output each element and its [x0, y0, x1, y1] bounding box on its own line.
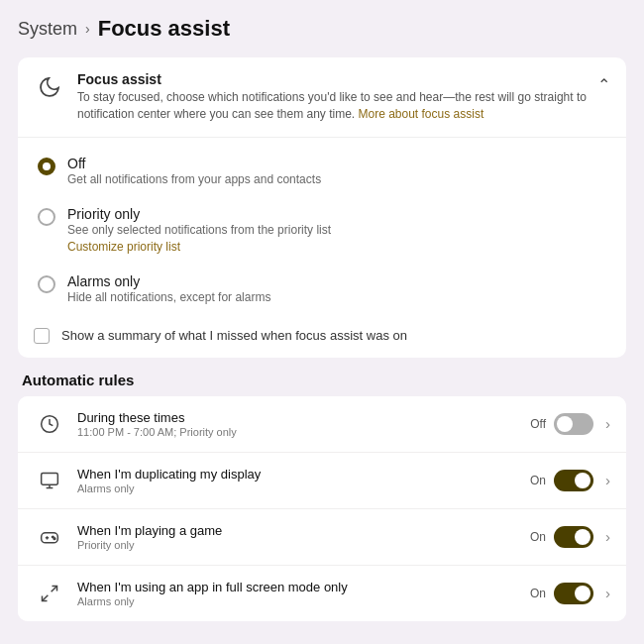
radio-alarms-circle[interactable]	[38, 275, 55, 293]
radio-off-desc: Get all notifications from your apps and…	[67, 172, 321, 186]
rule-game-toggle[interactable]	[554, 526, 593, 548]
checkbox-summary-section[interactable]: Show a summary of what I missed when foc…	[18, 318, 626, 358]
clock-icon	[34, 408, 65, 440]
rule-fullscreen[interactable]: When I'm using an app in full screen mod…	[18, 566, 626, 621]
rule-during-times[interactable]: During these times 11:00 PM - 7:00 AM; P…	[18, 396, 626, 453]
focus-assist-header: Focus assist To stay focused, choose whi…	[18, 57, 626, 138]
checkbox-summary-label: Show a summary of what I missed when foc…	[61, 328, 407, 343]
radio-priority-only[interactable]: Priority only See only selected notifica…	[34, 196, 610, 264]
rule-times-toggle[interactable]	[554, 413, 593, 435]
rule-fullscreen-toggle[interactable]	[554, 583, 593, 604]
radio-off[interactable]: Off Get all notifications from your apps…	[34, 146, 610, 196]
rule-display-subtitle: Alarms only	[77, 483, 530, 494]
page-title: Focus assist	[98, 16, 230, 42]
customize-priority-link[interactable]: Customize priority list	[67, 240, 331, 254]
radio-off-input[interactable]	[38, 158, 55, 175]
svg-point-8	[54, 537, 55, 539]
rule-duplicating-display[interactable]: When I'm duplicating my display Alarms o…	[18, 453, 626, 509]
radio-priority-desc: See only selected notifications from the…	[67, 223, 331, 237]
automatic-rules-card: During these times 11:00 PM - 7:00 AM; P…	[18, 396, 626, 621]
rule-game-title: When I'm playing a game	[77, 523, 530, 538]
radio-off-title: Off	[67, 156, 321, 171]
focus-assist-desc: To stay focused, choose which notificati…	[77, 89, 597, 123]
focus-assist-card: Focus assist To stay focused, choose whi…	[18, 57, 626, 358]
svg-rect-1	[42, 473, 58, 484]
rule-fullscreen-chevron-icon: ›	[605, 585, 610, 601]
rule-playing-game[interactable]: When I'm playing a game Priority only On…	[18, 509, 626, 566]
automatic-rules-title: Automatic rules	[22, 372, 622, 388]
breadcrumb: System › Focus assist	[18, 16, 626, 42]
rule-display-chevron-icon: ›	[605, 472, 610, 488]
rule-fullscreen-title: When I'm using an app in full screen mod…	[77, 580, 530, 594]
radio-alarms-only[interactable]: Alarms only Hide all notifications, exce…	[34, 264, 610, 314]
rule-game-subtitle: Priority only	[77, 539, 530, 551]
focus-assist-icon	[34, 71, 65, 103]
radio-priority-circle[interactable]	[38, 208, 55, 226]
rule-display-toggle[interactable]	[554, 470, 593, 491]
more-about-link[interactable]: More about focus assist	[359, 107, 484, 121]
radio-alarms-desc: Hide all notifications, except for alarm…	[67, 290, 270, 304]
rule-game-chevron-icon: ›	[605, 528, 610, 545]
rule-times-status: Off	[530, 417, 546, 431]
rule-game-status: On	[530, 530, 546, 544]
checkbox-summary[interactable]	[34, 328, 50, 344]
rule-times-subtitle: 11:00 PM - 7:00 AM; Priority only	[77, 426, 530, 438]
focus-assist-title: Focus assist	[77, 71, 597, 87]
radio-priority-title: Priority only	[67, 206, 331, 222]
breadcrumb-chevron-icon: ›	[85, 21, 90, 37]
breadcrumb-system[interactable]: System	[18, 19, 77, 40]
game-icon	[34, 521, 65, 553]
radio-alarms-title: Alarms only	[67, 273, 270, 289]
svg-line-10	[43, 594, 49, 600]
rule-times-title: During these times	[77, 410, 530, 425]
radio-alarms-input[interactable]	[38, 275, 55, 293]
fullscreen-icon	[34, 578, 65, 609]
rule-fullscreen-subtitle: Alarms only	[77, 595, 530, 607]
rule-times-chevron-icon: ›	[605, 415, 610, 432]
collapse-icon[interactable]: ⌃	[597, 71, 610, 94]
radio-off-circle[interactable]	[38, 158, 55, 175]
radio-options: Off Get all notifications from your apps…	[18, 138, 626, 318]
rule-fullscreen-status: On	[530, 587, 546, 600]
radio-priority-input[interactable]	[38, 208, 55, 226]
display-icon	[34, 465, 65, 496]
rule-display-status: On	[530, 474, 546, 487]
svg-line-9	[52, 586, 57, 591]
rule-display-title: When I'm duplicating my display	[77, 467, 530, 482]
